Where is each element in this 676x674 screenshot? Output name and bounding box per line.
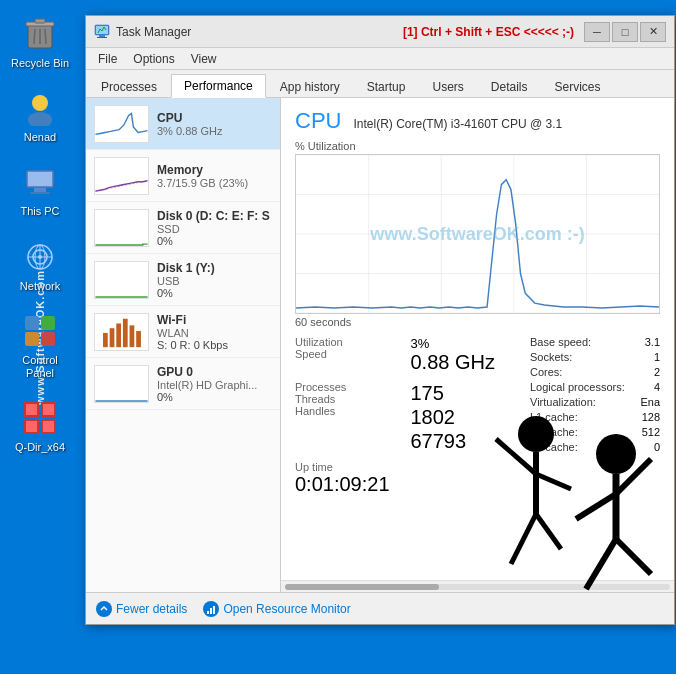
l3cache-label: L3 cache: xyxy=(530,441,578,453)
tab-performance[interactable]: Performance xyxy=(171,74,266,98)
disk1-name: Disk 1 (Y:) xyxy=(157,261,272,275)
control-panel-icon xyxy=(20,311,60,351)
nenad-label: Nenad xyxy=(24,131,56,144)
tab-processes[interactable]: Processes xyxy=(88,75,170,98)
desktop-icon-q-dir[interactable]: Q-Dir_x64 xyxy=(4,394,76,458)
sockets-val: 1 xyxy=(654,351,660,363)
menu-view[interactable]: View xyxy=(183,50,225,68)
tab-app-history[interactable]: App history xyxy=(267,75,353,98)
fewer-details-button[interactable]: Fewer details xyxy=(96,601,187,617)
logical-label: Logical processors: xyxy=(530,381,625,393)
gpu0-info: GPU 0 Intel(R) HD Graphi... 0% xyxy=(157,365,272,403)
svg-rect-20 xyxy=(25,332,39,346)
wifi-val: S: 0 R: 0 Kbps xyxy=(157,339,272,351)
stats-section: Utilization Speed 3% 0.88 GHz Processes xyxy=(281,330,674,502)
tab-users[interactable]: Users xyxy=(419,75,476,98)
stats-right: Base speed: 3.1 Sockets: 1 Cores: 2 xyxy=(530,336,660,496)
sidebar-item-disk0[interactable]: Disk 0 (D: C: E: F: S SSD 0% xyxy=(86,202,280,254)
sidebar-item-disk1[interactable]: Disk 1 (Y:) USB 0% xyxy=(86,254,280,306)
memory-sub: 3.7/15.9 GB (23%) xyxy=(157,177,272,189)
menu-file[interactable]: File xyxy=(90,50,125,68)
recycle-bin-label: Recycle Bin xyxy=(11,57,69,70)
utilization-stat-label: Utilization xyxy=(295,336,395,348)
base-speed-row: Base speed: 3.1 xyxy=(530,336,660,348)
svg-rect-44 xyxy=(136,331,141,347)
l2cache-val: 512 xyxy=(642,426,660,438)
cpu-thumbnail xyxy=(94,105,149,143)
minimize-button[interactable]: ─ xyxy=(584,22,610,42)
desktop-icon-this-pc[interactable]: This PC xyxy=(4,158,76,222)
desktop-icons-container: Recycle Bin Nenad This PC xyxy=(0,0,80,674)
menubar: File Options View xyxy=(86,48,674,70)
svg-rect-57 xyxy=(207,611,209,614)
wifi-sub1: WLAN xyxy=(157,327,272,339)
task-manager-icon xyxy=(94,24,110,40)
uptime-section: Up time 0:01:09:21 xyxy=(295,461,510,496)
desktop-icon-recycle-bin[interactable]: Recycle Bin xyxy=(4,10,76,74)
q-dir-icon xyxy=(20,398,60,438)
this-pc-icon xyxy=(20,162,60,202)
chart-time: 60 seconds xyxy=(281,314,674,330)
recycle-bin-icon xyxy=(20,14,60,54)
svg-rect-36 xyxy=(95,210,147,246)
panel-scroll-area[interactable]: CPU Intel(R) Core(TM) i3-4160T CPU @ 3.1… xyxy=(281,98,674,580)
svg-rect-34 xyxy=(95,106,147,142)
disk0-val: 0% xyxy=(157,235,272,247)
tab-details[interactable]: Details xyxy=(478,75,541,98)
desktop-icon-control-panel[interactable]: Control Panel xyxy=(4,307,76,384)
sidebar-item-memory[interactable]: Memory 3.7/15.9 GB (23%) xyxy=(86,150,280,202)
stat-processes-val: 175 1802 67793 xyxy=(411,381,511,453)
open-resource-monitor-label: Open Resource Monitor xyxy=(223,602,350,616)
virtualization-row: Virtualization: Ena xyxy=(530,396,660,408)
logical-row: Logical processors: 4 xyxy=(530,381,660,393)
l1cache-label: L1 cache: xyxy=(530,411,578,423)
disk0-thumbnail xyxy=(94,209,149,247)
cores-val: 2 xyxy=(654,366,660,378)
svg-line-5 xyxy=(45,29,46,44)
maximize-button[interactable]: □ xyxy=(612,22,638,42)
panel-title: CPU xyxy=(295,108,341,134)
svg-rect-41 xyxy=(116,323,121,347)
memory-name: Memory xyxy=(157,163,272,177)
cpu-sub: 3% 0.88 GHz xyxy=(157,125,272,137)
gpu0-thumbnail xyxy=(94,365,149,403)
stats-grid: Utilization Speed 3% 0.88 GHz Processes xyxy=(295,336,510,453)
panel-header: CPU Intel(R) Core(TM) i3-4160T CPU @ 3.1 xyxy=(281,98,674,138)
network-icon xyxy=(20,237,60,277)
desktop-icon-network[interactable]: Network xyxy=(4,233,76,297)
sidebar-item-gpu0[interactable]: GPU 0 Intel(R) HD Graphi... 0% xyxy=(86,358,280,410)
desktop-icon-nenad[interactable]: Nenad xyxy=(4,84,76,148)
l2cache-label: L2 cache: xyxy=(530,426,578,438)
open-resource-monitor-button[interactable]: Open Resource Monitor xyxy=(203,601,350,617)
sidebar-item-wifi[interactable]: Wi-Fi WLAN S: 0 R: 0 Kbps xyxy=(86,306,280,358)
tab-startup[interactable]: Startup xyxy=(354,75,419,98)
stat-speed: 3% 0.88 GHz xyxy=(411,336,511,373)
resource-monitor-icon xyxy=(203,601,219,617)
svg-rect-59 xyxy=(213,606,215,614)
l1cache-row: L1 cache: 128 xyxy=(530,411,660,423)
svg-point-6 xyxy=(32,95,48,111)
horizontal-scrollbar[interactable] xyxy=(281,580,674,592)
disk1-thumbnail xyxy=(94,261,149,299)
fewer-details-label: Fewer details xyxy=(116,602,187,616)
gpu0-sub1: Intel(R) HD Graphi... xyxy=(157,379,272,391)
svg-point-55 xyxy=(98,603,110,615)
titlebar-promo: [1] Ctrl + Shift + ESC <<<<< ;-) xyxy=(403,25,574,39)
stat-processes-label: Processes Threads Handles xyxy=(295,381,395,453)
wifi-thumbnail xyxy=(94,313,149,351)
utilization-stat-val: 3% xyxy=(411,336,511,351)
svg-rect-42 xyxy=(123,318,128,346)
threads-label: Threads xyxy=(295,393,395,405)
sidebar-item-cpu[interactable]: CPU 3% 0.88 GHz xyxy=(86,98,280,150)
speed-stat-val: 0.88 GHz xyxy=(411,351,511,373)
virtualization-label: Virtualization: xyxy=(530,396,596,408)
right-panel: CPU Intel(R) Core(TM) i3-4160T CPU @ 3.1… xyxy=(281,98,674,592)
svg-rect-9 xyxy=(28,172,52,186)
wifi-name: Wi-Fi xyxy=(157,313,272,327)
close-button[interactable]: ✕ xyxy=(640,22,666,42)
disk0-sub1: SSD xyxy=(157,223,272,235)
tab-services[interactable]: Services xyxy=(542,75,614,98)
svg-rect-35 xyxy=(95,158,147,194)
disk1-sub1: USB xyxy=(157,275,272,287)
menu-options[interactable]: Options xyxy=(125,50,182,68)
